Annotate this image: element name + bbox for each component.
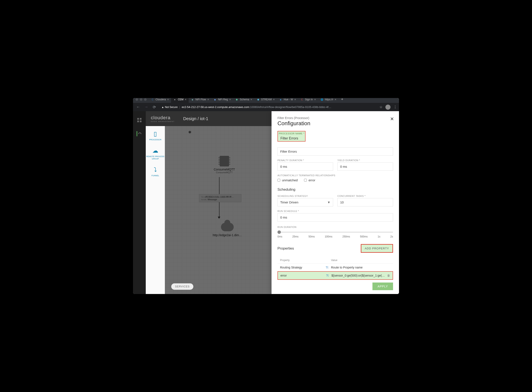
panel-subtitle: Filter Errors (Processor) [278, 116, 393, 120]
tick-label: 1s [378, 235, 380, 238]
favicon-icon: ⬢ [256, 98, 260, 101]
browser-tab[interactable]: ●CEM× [171, 98, 189, 103]
kebab-menu-icon[interactable]: ⋮ [393, 105, 397, 109]
tick-label: 250ms [342, 235, 350, 238]
tab-bar: CCloudera×●CEM×◆NiFi Flow×◆NiFi Reg×⬢Sch… [133, 98, 399, 103]
concurrent-input[interactable] [337, 198, 393, 206]
help-icon[interactable]: ?⃝ [326, 266, 328, 269]
trash-icon[interactable]: 🗑 [387, 274, 390, 277]
processor-name-input[interactable] [278, 147, 393, 156]
field-label: AUTOMATICALLY TERMINATED RELATIONSHIPS [278, 174, 393, 177]
property-row[interactable]: error?⃝${sensor_0:ge(500):or(${sensor_1:… [278, 271, 393, 280]
column-header: Property [280, 259, 331, 262]
window-controls [135, 98, 148, 101]
browser-tab[interactable]: ⬢STREAM× [254, 98, 277, 103]
tab-close-icon[interactable]: × [294, 98, 296, 101]
help-icon[interactable]: ?⃝ [326, 274, 329, 277]
add-property-button[interactable]: ADD PROPERTY [361, 244, 393, 253]
forward-button[interactable]: → [143, 105, 149, 109]
browser-tab[interactable]: ◆NiFi Flow× [189, 98, 211, 103]
browser-tab[interactable]: CCloudera× [149, 98, 171, 103]
tab-close-icon[interactable]: × [335, 98, 336, 101]
svg-rect-0 [137, 118, 139, 120]
tab-close-icon[interactable]: × [167, 98, 169, 101]
logo: cloudera EDGE MANAGEMENT [151, 115, 175, 122]
browser-tab[interactable]: ⬢Schema× [233, 98, 254, 103]
tick-label: 2s [390, 235, 393, 238]
tick-label: 0ms [278, 235, 282, 238]
left-rail [133, 111, 146, 294]
field-label: RUN DURATION [278, 226, 393, 228]
chevron-down-icon: ▼ [327, 201, 330, 204]
favicon-icon: ◆ [191, 98, 194, 101]
cloud-icon: ☁ [152, 147, 158, 154]
checkbox-error[interactable]: error [304, 178, 315, 182]
browser-tab[interactable]: ◆NiFi Reg× [211, 98, 233, 103]
close-icon[interactable]: ✕ [390, 116, 394, 122]
panel-title: Configuration [278, 120, 393, 127]
browser-tab[interactable]: ◈Hue - W× [277, 98, 298, 103]
config-panel: Filter Errors (Processor) Configuration … [272, 111, 399, 294]
breadcrumb[interactable]: Design / iot-1 [183, 116, 208, 121]
palette: ▯ PROCESSOR ☁ REMOTE PROCESS GROUP ⤵ FUN… [146, 126, 165, 294]
palette-rpg[interactable]: ☁ REMOTE PROCESS GROUP [146, 147, 165, 160]
run-schedule-input[interactable] [278, 213, 393, 222]
grid-icon[interactable] [137, 117, 142, 123]
tab-close-icon[interactable]: × [314, 98, 316, 101]
tab-close-icon[interactable]: × [207, 98, 209, 101]
tab-close-icon[interactable]: × [273, 98, 275, 101]
window-max-dot[interactable] [144, 98, 147, 101]
yield-input[interactable] [337, 162, 393, 171]
tab-close-icon[interactable]: × [185, 98, 186, 101]
favicon-icon: ◈ [279, 98, 282, 101]
palette-funnel[interactable]: ⤵ FUNNEL [152, 166, 159, 177]
favicon-icon: C [151, 98, 154, 101]
star-icon[interactable]: ☆ [379, 105, 382, 109]
processor-icon: ▯ [154, 130, 157, 137]
profile-avatar[interactable] [385, 105, 390, 110]
tab-close-icon[interactable]: × [250, 98, 252, 101]
new-tab-button[interactable]: + [339, 98, 346, 103]
duration-slider[interactable] [278, 232, 393, 233]
section-title: Scheduling [278, 187, 393, 192]
apply-button[interactable]: APPLY [372, 283, 393, 290]
field-label: YIELD DURATION * [337, 159, 393, 162]
field-label: SCHEDULING STRATEGY [278, 195, 333, 197]
funnel-icon: ⤵ [154, 166, 157, 173]
window-close-dot[interactable] [135, 98, 138, 101]
window-min-dot[interactable] [140, 98, 142, 101]
favicon-icon: C [300, 98, 304, 101]
favicon-icon: 🌐 [320, 98, 324, 101]
field-label: CONCURRENT TASKS * [337, 195, 393, 197]
slider-thumb[interactable] [278, 230, 281, 234]
section-title: Properties [278, 246, 294, 251]
address-bar: ← → ⟳ ▲ Not Secure | ec2-54-212-27-58.us… [133, 103, 399, 111]
gauge-icon[interactable] [137, 131, 142, 136]
tick-label: 25ms [292, 235, 299, 238]
column-header: Value [331, 259, 337, 262]
slider-ticks: 0ms25ms50ms100ms250ms500ms1s2s [278, 235, 393, 238]
penalty-input[interactable] [278, 162, 333, 171]
strategy-select[interactable]: Timer Driven ▼ [278, 198, 333, 206]
processor-name-display: Filter Errors [279, 136, 304, 140]
reload-button[interactable]: ⟳ [151, 105, 157, 109]
favicon-icon: ◆ [213, 98, 217, 101]
property-row[interactable]: Routing Strategy?⃝Route to Property name [278, 263, 393, 271]
palette-processor[interactable]: ▯ PROCESSOR [149, 130, 162, 141]
svg-rect-1 [140, 118, 142, 120]
security-indicator[interactable]: ▲ Not Secure [162, 106, 178, 109]
browser-tab[interactable]: CSign In× [298, 98, 318, 103]
field-label: PENALTY DURATION * [278, 159, 333, 162]
field-label: RUN SCHEDULE * [278, 210, 393, 212]
back-button[interactable]: ← [135, 105, 141, 109]
tick-label: 100ms [325, 235, 332, 238]
favicon-icon: ⬢ [235, 98, 239, 101]
tab-close-icon[interactable]: × [229, 98, 231, 101]
favicon-icon: ● [173, 98, 176, 101]
url-field[interactable]: ▲ Not Secure | ec2-54-212-27-58.us-west-… [159, 104, 377, 110]
properties-table: Property Value Routing Strategy?⃝Route t… [278, 257, 393, 280]
svg-rect-3 [140, 121, 142, 122]
checkbox-unmatched[interactable]: unmatched [278, 178, 298, 182]
services-button[interactable]: SERVICES [171, 283, 193, 290]
browser-tab[interactable]: 🌐https://r× [318, 98, 338, 103]
